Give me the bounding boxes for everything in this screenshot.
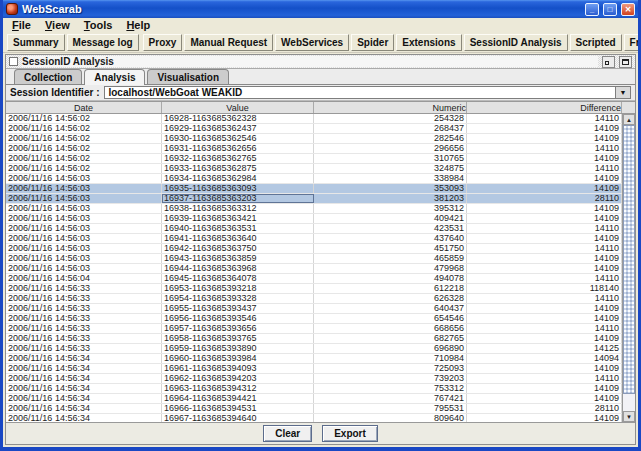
table-row[interactable]: 2006/11/16 14:56:0316935-116368536309335… xyxy=(6,184,622,194)
table-cell: 696890 xyxy=(314,344,467,353)
table-cell: 2006/11/16 14:56:02 xyxy=(6,164,162,173)
menu-view[interactable]: View xyxy=(38,19,77,32)
spider-button[interactable]: Spider xyxy=(351,34,394,51)
scripted-button[interactable]: Scripted xyxy=(570,34,622,51)
webscarab-window: WebScarab _ □ ✕ FileViewToolsHelp Summar… xyxy=(0,0,641,451)
fragments-button[interactable]: Fragments xyxy=(624,34,641,51)
session-identifier-combo[interactable]: localhost/WebGoat WEAKID ▼ xyxy=(104,86,631,99)
table-cell: 28110 xyxy=(467,404,622,413)
table-row[interactable]: 2006/11/16 14:56:3316954-116368539332862… xyxy=(6,294,622,304)
table-cell: 16942-1163685363750 xyxy=(162,244,314,253)
table-row[interactable]: 2006/11/16 14:56:3316955-116368539343764… xyxy=(6,304,622,314)
table-row[interactable]: 2006/11/16 14:56:0416945-116368536407849… xyxy=(6,274,622,284)
titlebar[interactable]: WebScarab _ □ ✕ xyxy=(3,0,638,18)
table-row[interactable]: 2006/11/16 14:56:0316944-116368536396847… xyxy=(6,264,622,274)
sessionid-analysis-button[interactable]: SessionID Analysis xyxy=(464,34,568,51)
table-cell: 16961-1163685394093 xyxy=(162,364,314,373)
column-header-numeric[interactable]: Numeric xyxy=(314,102,467,113)
manual-request-button[interactable]: Manual Request xyxy=(184,34,273,51)
menu-file[interactable]: File xyxy=(5,19,38,32)
table-row[interactable]: 2006/11/16 14:56:0316934-116368536298433… xyxy=(6,174,622,184)
table-cell: 2006/11/16 14:56:03 xyxy=(6,214,162,223)
table-cell: 16944-1163685363968 xyxy=(162,264,314,273)
table-cell: 14110 xyxy=(467,164,622,173)
menu-tools[interactable]: Tools xyxy=(77,19,120,32)
table-row[interactable]: 2006/11/16 14:56:0316941-116368536364043… xyxy=(6,234,622,244)
table-cell: 16960-1163685393984 xyxy=(162,354,314,363)
menu-help[interactable]: Help xyxy=(119,19,157,32)
column-header-difference[interactable]: Difference xyxy=(467,102,622,113)
summary-button[interactable]: Summary xyxy=(7,34,65,51)
vertical-scrollbar[interactable]: ▲ ▼ xyxy=(622,114,635,422)
table-row[interactable]: 2006/11/16 14:56:3316956-116368539354665… xyxy=(6,314,622,324)
message-log-button[interactable]: Message log xyxy=(67,34,139,51)
table-row[interactable]: 2006/11/16 14:56:0216931-116368536265629… xyxy=(6,144,622,154)
maximize-icon[interactable]: □ xyxy=(603,3,617,16)
table-row[interactable]: 2006/11/16 14:56:0216930-116368536254628… xyxy=(6,134,622,144)
table-row[interactable]: 2006/11/16 14:56:3316958-116368539376568… xyxy=(6,334,622,344)
table-cell: 16928-1163685362328 xyxy=(162,114,314,123)
table-cell: 2006/11/16 14:56:33 xyxy=(6,334,162,343)
menubar: FileViewToolsHelp xyxy=(3,18,638,32)
column-header-date[interactable]: Date xyxy=(6,102,162,113)
proxy-button[interactable]: Proxy xyxy=(143,34,183,51)
table-row[interactable]: 2006/11/16 14:56:0316938-116368536331239… xyxy=(6,204,622,214)
table-cell: 2006/11/16 14:56:03 xyxy=(6,194,162,203)
table-row[interactable]: 2006/11/16 14:56:0216932-116368536276531… xyxy=(6,154,622,164)
table-row[interactable]: 2006/11/16 14:56:3416966-116368539453179… xyxy=(6,404,622,414)
table-cell: 409421 xyxy=(314,214,467,223)
internal-frame-titlebar[interactable]: SessionID Analysis xyxy=(6,55,635,69)
internal-frame-icon xyxy=(9,57,18,66)
table-row[interactable]: 2006/11/16 14:56:0316942-116368536375045… xyxy=(6,244,622,254)
scrollbar-track[interactable] xyxy=(623,125,635,411)
table-row[interactable]: 2006/11/16 14:56:0316943-116368536385946… xyxy=(6,254,622,264)
table-cell: 14109 xyxy=(467,234,622,243)
scroll-up-icon[interactable]: ▲ xyxy=(623,114,635,125)
table-row[interactable]: 2006/11/16 14:56:3416960-116368539398471… xyxy=(6,354,622,364)
clear-button[interactable]: Clear xyxy=(263,425,312,442)
export-button[interactable]: Export xyxy=(322,425,378,442)
minimize-icon[interactable]: _ xyxy=(585,3,599,16)
scrollbar-thumb[interactable] xyxy=(623,125,635,394)
table-cell: 668656 xyxy=(314,324,467,333)
extensions-button[interactable]: Extensions xyxy=(396,34,461,51)
table-row[interactable]: 2006/11/16 14:56:0316940-116368536353142… xyxy=(6,224,622,234)
table-row[interactable]: 2006/11/16 14:56:3316957-116368539365666… xyxy=(6,324,622,334)
table-row[interactable]: 2006/11/16 14:56:0216933-116368536287532… xyxy=(6,164,622,174)
scroll-down-icon[interactable]: ▼ xyxy=(623,411,635,422)
table-cell: 767421 xyxy=(314,394,467,403)
table-row[interactable]: 2006/11/16 14:56:3316959-116368539389069… xyxy=(6,344,622,354)
session-identifier-label: Session Identifier : xyxy=(10,87,99,98)
table-cell: 14110 xyxy=(467,244,622,253)
table-cell: 16943-1163685363859 xyxy=(162,254,314,263)
webservices-button[interactable]: WebServices xyxy=(275,34,349,51)
tab-analysis[interactable]: Analysis xyxy=(84,69,145,85)
combo-dropdown-icon[interactable]: ▼ xyxy=(615,87,630,98)
table-cell: 14109 xyxy=(467,304,622,313)
table-cell: 14110 xyxy=(467,224,622,233)
table-cell: 710984 xyxy=(314,354,467,363)
internal-frame-iconify-icon[interactable] xyxy=(602,56,615,68)
table-row[interactable]: 2006/11/16 14:56:3416967-116368539464080… xyxy=(6,414,622,422)
table-row[interactable]: 2006/11/16 14:56:3416961-116368539409372… xyxy=(6,364,622,374)
table-cell: 16962-1163685394203 xyxy=(162,374,314,383)
internal-frame-maximize-icon[interactable] xyxy=(619,56,632,68)
table-row[interactable]: 2006/11/16 14:56:0216928-116368536232825… xyxy=(6,114,622,124)
table-cell: 451750 xyxy=(314,244,467,253)
table-row[interactable]: 2006/11/16 14:56:3316953-116368539321861… xyxy=(6,284,622,294)
table-row[interactable]: 2006/11/16 14:56:3416962-116368539420373… xyxy=(6,374,622,384)
tab-visualisation[interactable]: Visualisation xyxy=(147,69,229,84)
table-row[interactable]: 2006/11/16 14:56:0316937-116368536320338… xyxy=(6,194,622,204)
table-row[interactable]: 2006/11/16 14:56:3416963-116368539431275… xyxy=(6,384,622,394)
table-cell: 2006/11/16 14:56:33 xyxy=(6,294,162,303)
table-cell: 2006/11/16 14:56:03 xyxy=(6,184,162,193)
table-row[interactable]: 2006/11/16 14:56:0216929-116368536243726… xyxy=(6,124,622,134)
table-cell: 16933-1163685362875 xyxy=(162,164,314,173)
close-icon[interactable]: ✕ xyxy=(621,3,635,16)
table-row[interactable]: 2006/11/16 14:56:3416964-116368539442176… xyxy=(6,394,622,404)
table-cell: 753312 xyxy=(314,384,467,393)
table-cell: 16930-1163685362546 xyxy=(162,134,314,143)
column-header-value[interactable]: Value xyxy=(162,102,314,113)
table-row[interactable]: 2006/11/16 14:56:0316939-116368536342140… xyxy=(6,214,622,224)
tab-collection[interactable]: Collection xyxy=(14,69,82,84)
